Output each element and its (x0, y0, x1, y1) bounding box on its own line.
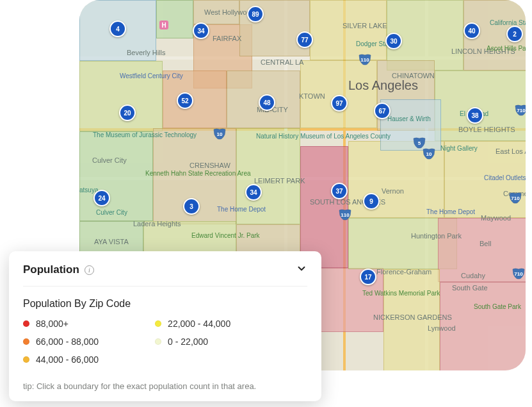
legend-item-label: 88,000+ (36, 319, 69, 329)
cluster-marker[interactable]: 24 (93, 190, 110, 206)
cluster-marker[interactable]: 89 (247, 6, 264, 22)
hospital-icon: H (159, 21, 168, 29)
zip-region[interactable] (383, 269, 440, 370)
zip-region[interactable] (300, 146, 348, 268)
cluster-marker[interactable]: 37 (331, 183, 348, 199)
cluster-marker[interactable]: 34 (245, 184, 262, 201)
cluster-marker[interactable]: 34 (193, 22, 209, 39)
highway-shield-icon: 110 (339, 209, 351, 220)
legend-header: Population i (23, 263, 307, 287)
legend-tip: tip: Click a boundary for the exact popu… (23, 381, 307, 391)
legend-item: 0 - 22,000 (155, 336, 230, 347)
zip-region[interactable] (444, 141, 526, 218)
zip-region[interactable] (300, 60, 377, 128)
legend-title: Population (23, 263, 79, 276)
legend-item: 22,000 - 44,000 (155, 319, 230, 329)
cluster-marker[interactable]: 38 (467, 107, 483, 124)
zip-region[interactable] (236, 128, 300, 224)
cluster-marker[interactable]: 40 (463, 22, 480, 39)
zip-region[interactable] (79, 131, 153, 221)
cluster-marker[interactable]: 17 (360, 269, 376, 285)
legend-swatch-icon (23, 338, 29, 345)
cluster-marker[interactable]: 67 (374, 103, 391, 119)
legend-items: 88,000+66,000 - 88,00044,000 - 66,000 22… (23, 319, 307, 365)
legend-swatch-icon (23, 320, 29, 327)
zip-region[interactable] (156, 0, 193, 38)
legend-item: 66,000 - 88,000 (23, 336, 99, 347)
legend-swatch-icon (155, 338, 161, 345)
zip-region[interactable] (163, 71, 227, 128)
info-icon[interactable]: i (85, 265, 94, 275)
legend-subtitle: Population By Zip Code (23, 298, 307, 310)
legend-swatch-icon (23, 356, 29, 363)
cluster-marker[interactable]: 9 (363, 193, 380, 210)
zip-region[interactable] (79, 61, 163, 131)
highway-shield-icon: 710 (512, 268, 525, 279)
collapse-button[interactable] (296, 263, 307, 277)
cluster-marker[interactable]: 4 (109, 21, 126, 37)
legend-item-label: 66,000 - 88,000 (36, 336, 99, 347)
zip-region[interactable] (440, 282, 526, 370)
legend-item-label: 44,000 - 66,000 (36, 354, 99, 365)
chevron-down-icon (296, 265, 307, 276)
zip-region[interactable] (435, 71, 526, 141)
legend-panel: Population i Population By Zip Code 88,0… (9, 251, 321, 401)
cluster-marker[interactable]: 20 (119, 104, 136, 121)
cluster-marker[interactable]: 77 (296, 31, 313, 48)
legend-item-label: 22,000 - 44,000 (168, 319, 230, 329)
legend-item-label: 0 - 22,000 (168, 336, 208, 347)
cluster-marker[interactable]: 48 (259, 94, 275, 111)
cluster-marker[interactable]: 2 (506, 26, 523, 42)
highway-shield-icon: 5 (413, 137, 426, 149)
highway-shield-icon: 710 (509, 192, 522, 204)
legend-swatch-icon (155, 320, 161, 327)
highway-shield-icon: 10 (213, 128, 226, 140)
zip-region[interactable] (310, 0, 387, 60)
highway-shield-icon: 110 (359, 54, 371, 65)
cluster-marker[interactable]: 97 (331, 95, 348, 112)
cluster-marker[interactable]: 52 (177, 92, 193, 109)
cluster-marker[interactable]: 3 (183, 198, 200, 215)
legend-item: 44,000 - 66,000 (23, 354, 99, 365)
highway-shield-icon: 710 (515, 104, 526, 116)
zip-region[interactable] (193, 0, 239, 24)
cluster-marker[interactable]: 30 (385, 33, 402, 49)
legend-item: 88,000+ (23, 319, 99, 329)
highway-shield-icon: 10 (423, 148, 435, 160)
